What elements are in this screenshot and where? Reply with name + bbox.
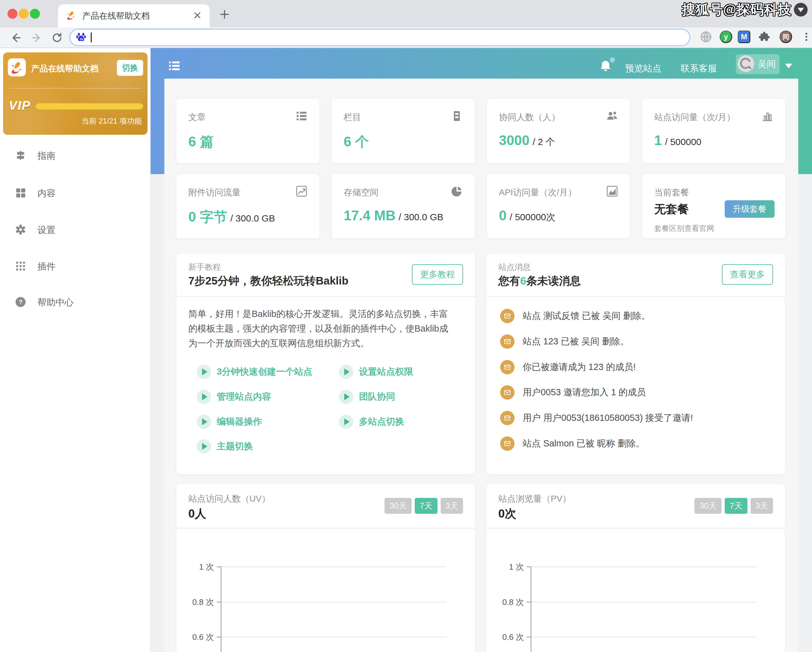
stat-card-api-usage: API访问量（次/月） 0/ 500000次: [487, 174, 630, 238]
more-tutorials-button[interactable]: 更多教程: [412, 264, 463, 285]
y-tick-label: 1 次: [179, 562, 214, 572]
puzzle-icon[interactable]: [759, 31, 771, 44]
sidebar-item-plugins[interactable]: 插件: [0, 259, 150, 274]
tick-mark: [527, 566, 531, 567]
plan-label: 当前套餐: [654, 187, 689, 198]
window-minimize-button[interactable]: [19, 9, 29, 19]
stat-value: 6 个: [343, 133, 372, 151]
plan-name: 无套餐: [654, 202, 689, 217]
sidebar: 产品在线帮助文档 切换 VIP 当前 21/21 项功能 指南 内容 设置: [0, 48, 151, 652]
sidebar-item-content[interactable]: 内容: [0, 186, 150, 201]
envelope-icon: [500, 411, 514, 425]
message-item[interactable]: 用户 用户0053(18610580053) 接受了邀请!: [500, 411, 693, 425]
sidebar-item-label: 内容: [37, 187, 55, 200]
contact-support-link[interactable]: 联系客服: [681, 63, 717, 75]
gridline: [221, 602, 447, 602]
reload-button[interactable]: [50, 31, 64, 46]
play-icon: [339, 365, 353, 379]
uv-chart-plot: 1 次 0.8 次 0.6 次: [177, 528, 475, 652]
play-icon: [197, 415, 211, 429]
stat-label: 存储空间: [343, 187, 379, 198]
sidebar-item-guide[interactable]: 指南: [0, 148, 150, 164]
area-chart-icon: [606, 185, 618, 198]
plan-card: 当前套餐 无套餐 套餐区别查看官网 升级套餐: [643, 174, 785, 238]
period-3d-button[interactable]: 3天: [751, 498, 773, 514]
caret-down-icon[interactable]: [785, 64, 792, 68]
watermark-badge-icon: [794, 3, 807, 17]
sidebar-item-help-center[interactable]: ? 帮助中心: [0, 295, 150, 310]
browser-profile-avatar[interactable]: 间: [780, 31, 792, 43]
stat-value: 3000/ 2 个: [499, 133, 555, 148]
tutorial-link[interactable]: 编辑器操作: [197, 415, 262, 429]
browser-tab[interactable]: 产品在线帮助文档: [58, 5, 209, 28]
url-bar[interactable]: du: [69, 29, 690, 46]
tutorial-link[interactable]: 设置站点权限: [339, 365, 413, 379]
menu-dots-icon[interactable]: [800, 31, 812, 44]
stat-value: 0 字节/ 300.0 GB: [188, 208, 275, 226]
tutorial-link[interactable]: 3分钟快速创建一个站点: [197, 365, 312, 379]
list-icon: [296, 110, 307, 123]
period-3d-button[interactable]: 3天: [441, 498, 463, 514]
tutorial-link[interactable]: 多站点切换: [339, 415, 404, 429]
period-7d-button[interactable]: 7天: [725, 498, 747, 514]
back-button[interactable]: [9, 31, 23, 46]
watermark-text: 搜狐号@探码科技: [682, 1, 791, 19]
y-tick-label: 0.6 次: [489, 632, 524, 643]
divider: [177, 296, 475, 297]
envelope-icon: [500, 385, 514, 399]
baidu-paw-icon: du: [76, 32, 86, 43]
switch-site-button[interactable]: 切换: [117, 60, 143, 76]
view-more-button[interactable]: 查看更多: [722, 264, 773, 285]
y-axis-line: [221, 566, 221, 652]
message-item[interactable]: 站点 测试反馈 已被 吴间 删除。: [500, 309, 650, 323]
extension-y-icon[interactable]: y: [720, 31, 732, 43]
tab-close-icon[interactable]: [193, 11, 201, 21]
stat-value: 0/ 500000次: [499, 208, 556, 223]
y-axis-line: [531, 566, 531, 652]
globe-icon[interactable]: [700, 31, 712, 44]
tutorial-link[interactable]: 管理站点内容: [197, 390, 271, 404]
messages-heading: 您有6条未读消息: [498, 274, 581, 288]
envelope-icon: [500, 360, 514, 374]
forward-button[interactable]: [30, 31, 43, 46]
upgrade-plan-button[interactable]: 升级套餐: [725, 200, 775, 218]
new-tab-button[interactable]: [218, 8, 231, 22]
tick-mark: [217, 566, 221, 567]
extension-m-icon[interactable]: M: [738, 31, 750, 43]
dots-grid-icon: [15, 260, 26, 273]
svg-text:du: du: [80, 37, 83, 41]
play-icon: [197, 390, 211, 404]
gear-icon: [15, 224, 26, 236]
window-close-button[interactable]: [8, 9, 17, 19]
message-item[interactable]: 你已被邀请成为 123 的成员!: [500, 360, 636, 374]
period-7d-button[interactable]: 7天: [415, 498, 437, 514]
tick-mark: [217, 602, 221, 602]
preview-site-link[interactable]: 预览站点: [625, 63, 661, 75]
tutorial-link[interactable]: 主题切换: [197, 439, 253, 454]
divider: [9, 88, 141, 89]
collapse-menu-icon[interactable]: [168, 60, 180, 73]
envelope-icon: [500, 436, 514, 451]
messages-card: 站点消息 您有6条未读消息 查看更多 站点 测试反馈 已被 吴间 删除。 站点 …: [487, 254, 785, 474]
stat-card-attachment-traffic: 附件访问流量 0 字节/ 300.0 GB: [177, 174, 319, 238]
uv-chart-card: 站点访问人数（UV） 0人 30天 7天 3天 1 次 0.8 次 0.6 次: [177, 484, 475, 652]
y-tick-label: 0.8 次: [179, 597, 214, 608]
tutorial-link[interactable]: 团队协同: [339, 390, 395, 404]
sidebar-item-label: 指南: [37, 150, 55, 162]
pv-chart-value: 0次: [498, 506, 516, 522]
stat-card-site-visits: 站点访问量（次/月） 1/ 500000: [643, 99, 785, 163]
sidebar-item-settings[interactable]: 设置: [0, 223, 150, 238]
period-30d-button[interactable]: 30天: [694, 498, 722, 514]
period-30d-button[interactable]: 30天: [385, 498, 412, 514]
message-item[interactable]: 站点 123 已被 吴间 删除。: [500, 334, 629, 349]
user-menu[interactable]: 吴间: [736, 54, 780, 74]
tab-favicon-rocket-icon: [66, 10, 76, 21]
message-item[interactable]: 用户0053 邀请您加入 1 的成员: [500, 385, 646, 399]
avatar: [737, 55, 755, 73]
message-item[interactable]: 站点 Salmon 已被 昵称 删除。: [500, 436, 645, 451]
vip-progress-bar: [36, 103, 143, 110]
tutorial-card: 新手教程 7步25分钟，教你轻松玩转Baklib 更多教程 简单，好用！是Bak…: [177, 254, 475, 474]
window-zoom-button[interactable]: [30, 9, 40, 19]
stat-label: 栏目: [343, 112, 361, 123]
trend-icon: [296, 185, 307, 198]
